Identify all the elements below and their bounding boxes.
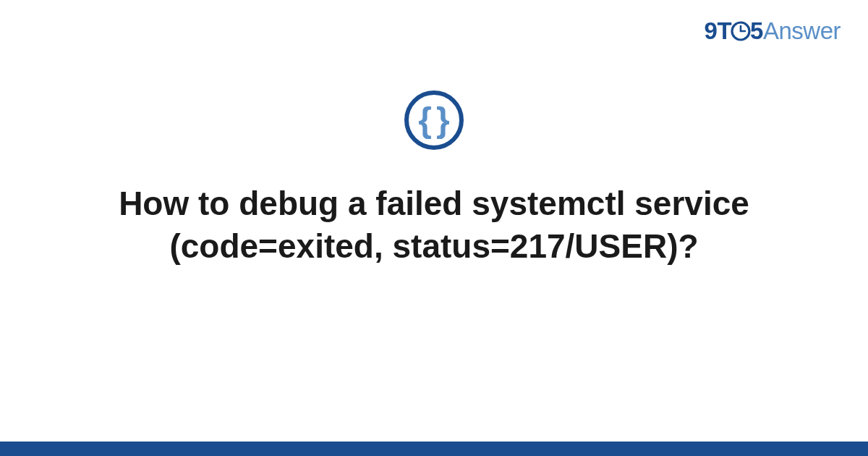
main-content: { } How to debug a failed systemctl serv… bbox=[0, 90, 868, 268]
brace-left: { bbox=[418, 103, 432, 138]
question-title: How to debug a failed systemctl service … bbox=[87, 182, 781, 268]
logo-nine: 9 bbox=[705, 17, 718, 44]
logo-answer: Answer bbox=[763, 17, 841, 44]
logo-five: 5 bbox=[750, 17, 763, 44]
code-braces-icon: { } bbox=[404, 90, 464, 150]
clock-icon bbox=[730, 20, 752, 48]
brace-right: } bbox=[436, 103, 450, 138]
site-logo[interactable]: 9T5Answer bbox=[705, 17, 841, 48]
bottom-accent-bar bbox=[0, 442, 868, 456]
